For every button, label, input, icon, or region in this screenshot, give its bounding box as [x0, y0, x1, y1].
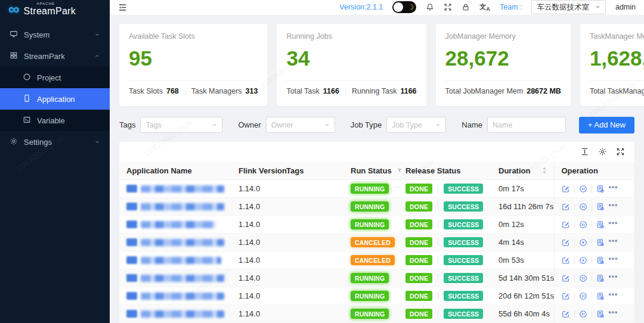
edit-icon[interactable] [562, 292, 570, 300]
sidebar-item-project[interactable]: Project [0, 67, 110, 88]
application-name-link[interactable] [126, 292, 224, 300]
savepoint-doc-icon[interactable] [596, 256, 605, 265]
lock-icon[interactable] [462, 3, 470, 11]
streampark-logo-icon: ∞ [8, 2, 20, 15]
operation-cell: ••• [554, 269, 634, 287]
col-operation: Operation [554, 162, 634, 180]
app-icon [126, 185, 137, 192]
fullscreen-icon[interactable] [616, 147, 625, 156]
pause-or-play-icon[interactable] [579, 238, 587, 247]
table-row: 1.14.0 CANCELED DONE SUCCESS 0m 53s ••• [119, 251, 634, 269]
filter-bar: Tags Tags Owner Owner Job Type Job Type … [119, 117, 634, 133]
pause-or-play-icon[interactable] [579, 220, 587, 229]
release-status-cell: DONE SUCCESS [398, 287, 491, 305]
release-status-cell: DONE SUCCESS [398, 234, 491, 251]
sidebar-submenu-streampark: Project Application Variable [0, 67, 110, 131]
moon-icon: ☽ [408, 2, 414, 12]
translate-icon[interactable]: 文A [479, 2, 490, 12]
edit-icon[interactable] [562, 274, 570, 282]
logo[interactable]: ∞ APACHE StreamPark [0, 0, 110, 18]
edit-icon[interactable] [562, 203, 570, 211]
tags-cell [279, 305, 343, 323]
savepoint-doc-icon[interactable] [596, 274, 605, 282]
applications-table: Application Name Flink Version Tags Run … [119, 162, 634, 323]
more-actions-icon[interactable]: ••• [609, 241, 618, 244]
more-actions-icon[interactable]: ••• [609, 294, 618, 298]
more-actions-icon[interactable]: ••• [609, 312, 618, 316]
bell-icon[interactable] [426, 3, 434, 11]
table-row: 1.14.0 RUNNING DONE SUCCESS 0m 12s ••• [119, 216, 634, 234]
run-status-badge: RUNNING [351, 184, 389, 194]
dark-mode-toggle[interactable]: ☽ [392, 1, 416, 13]
column-height-icon[interactable] [580, 147, 589, 156]
tags-select[interactable]: Tags [140, 117, 222, 133]
edit-icon[interactable] [562, 256, 570, 265]
savepoint-doc-icon[interactable] [596, 203, 605, 211]
github-icon [23, 73, 31, 83]
pause-or-play-icon[interactable] [579, 185, 587, 193]
sidebar-item-application[interactable]: Application [0, 88, 110, 110]
sidebar-item-settings[interactable]: Settings [0, 131, 110, 153]
app-icon [126, 274, 137, 282]
savepoint-doc-icon[interactable] [596, 238, 605, 247]
flink-version-cell: 1.14.0 [231, 180, 279, 198]
edit-icon[interactable] [562, 220, 570, 229]
run-status-cell: RUNNING [343, 198, 398, 216]
pause-or-play-icon[interactable] [579, 203, 587, 211]
application-name-redacted [141, 239, 224, 246]
release-status-badge: DONE [405, 255, 432, 265]
application-name-link[interactable] [126, 238, 224, 246]
jobtype-select[interactable]: Job Type [386, 117, 446, 133]
sorter-icon[interactable] [542, 167, 547, 174]
stat-card-jobmanager-memory: JobManager Memory 28,672 Total JobManage… [436, 24, 571, 106]
edit-icon[interactable] [562, 185, 570, 193]
filter-funnel-icon[interactable] [397, 167, 402, 173]
build-status-badge: SUCCESS [444, 219, 483, 229]
savepoint-doc-icon[interactable] [596, 220, 605, 229]
release-status-badge: DONE [405, 291, 432, 301]
application-name-link[interactable] [126, 310, 224, 318]
jobtype-label: Job Type [351, 120, 382, 129]
operation-cell: ••• [554, 216, 634, 234]
add-new-button[interactable]: + Add New [579, 117, 634, 133]
run-status-cell: RUNNING [343, 180, 398, 198]
savepoint-doc-icon[interactable] [596, 310, 605, 318]
team-label: Team : [500, 3, 522, 11]
application-name-link[interactable] [126, 220, 224, 228]
more-actions-icon[interactable]: ••• [609, 205, 618, 209]
edit-icon[interactable] [562, 310, 570, 318]
release-status-badge: DONE [405, 219, 432, 229]
table-row: 1.14.0 CANCELED DONE SUCCESS 4m 14s ••• [119, 234, 634, 251]
pause-or-play-icon[interactable] [579, 292, 587, 300]
application-name-link[interactable] [126, 256, 224, 264]
settings-gear-icon[interactable] [598, 147, 607, 156]
pause-or-play-icon[interactable] [579, 310, 587, 318]
user-name[interactable]: admin [615, 3, 636, 11]
pause-or-play-icon[interactable] [579, 256, 587, 265]
sidebar-item-variable[interactable]: Variable [0, 110, 110, 131]
gear-icon [10, 137, 18, 147]
col-application-name: Application Name [119, 162, 231, 180]
more-actions-icon[interactable]: ••• [609, 187, 618, 191]
menu-fold-icon[interactable] [118, 3, 127, 12]
fullscreen-icon[interactable] [444, 3, 452, 11]
pause-or-play-icon[interactable] [579, 274, 587, 282]
stat-value: 28,672 [445, 48, 561, 69]
name-input[interactable] [487, 117, 566, 133]
savepoint-doc-icon[interactable] [596, 185, 605, 193]
savepoint-doc-icon[interactable] [596, 292, 605, 300]
sidebar-item-streampark[interactable]: StreamPark [0, 45, 110, 67]
application-name-link[interactable] [126, 274, 224, 282]
application-name-link[interactable] [126, 185, 224, 192]
stat-footer-label: Total Task [286, 87, 319, 95]
edit-icon[interactable] [562, 238, 570, 247]
team-select[interactable]: 车云数据技术室 [531, 0, 606, 14]
application-name-link[interactable] [126, 203, 224, 210]
owner-select[interactable]: Owner [266, 117, 335, 133]
more-actions-icon[interactable]: ••• [609, 259, 618, 262]
run-status-cell: RUNNING [343, 287, 398, 305]
release-status-cell: DONE SUCCESS [398, 305, 491, 323]
more-actions-icon[interactable]: ••• [609, 223, 618, 226]
sidebar-item-system[interactable]: System [0, 24, 110, 45]
more-actions-icon[interactable]: ••• [609, 277, 618, 280]
